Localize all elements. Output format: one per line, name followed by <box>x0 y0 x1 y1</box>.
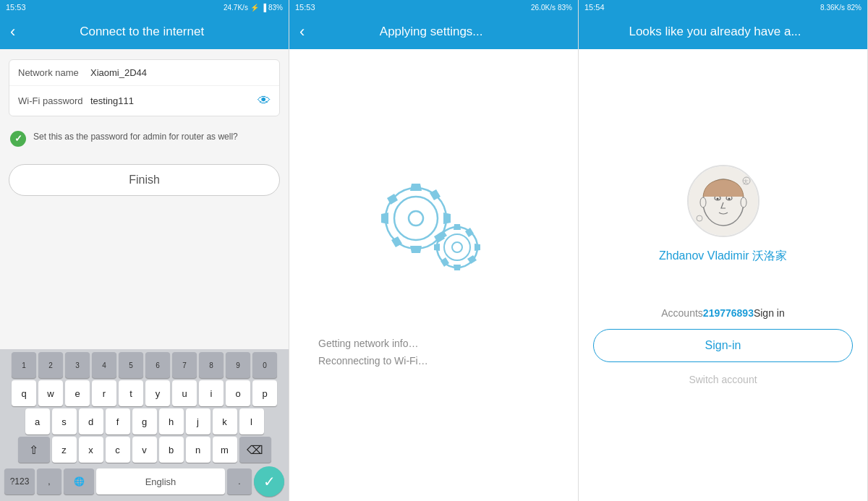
back-button-1[interactable]: ‹ <box>10 24 15 40</box>
kb-numbers[interactable]: ?123 <box>4 468 35 494</box>
kb-e[interactable]: e <box>65 380 90 406</box>
status-left-2: 15:53 <box>295 3 315 12</box>
panel3-content: 大 Zhdanov Vladimir 沃洛家 Accounts219776893… <box>579 49 867 501</box>
check-circle-icon[interactable] <box>10 131 26 147</box>
kb-comma[interactable]: , <box>37 468 61 494</box>
password-value: testing111 <box>90 95 258 106</box>
kb-s[interactable]: s <box>52 408 77 434</box>
kb-r[interactable]: r <box>92 380 116 406</box>
accounts-row: Accounts219776893Sign in <box>661 307 784 319</box>
sign-in-link-text: Sign in <box>754 307 785 319</box>
time-3: 15:54 <box>584 3 605 12</box>
checkbox-row[interactable]: Set this as the password for admin for r… <box>9 127 280 151</box>
header-bar-1: ‹ Connect to the internet <box>0 14 289 49</box>
status-bar-3: 15:54 8.36K/s 82% <box>579 0 867 14</box>
kb-globe-icon[interactable]: 🌐 <box>64 468 94 494</box>
kb-b[interactable]: b <box>159 437 184 463</box>
kb-c[interactable]: c <box>106 437 130 463</box>
bluetooth-icon: ⚡ <box>250 4 259 12</box>
status-right-1: 24.7K/s ⚡ ▐ 83% <box>224 4 283 12</box>
kb-period[interactable]: . <box>227 468 252 494</box>
wifi-password-row[interactable]: Wi-Fi password testing111 👁 <box>9 86 279 116</box>
speed-2: 26.0K/s <box>531 4 556 12</box>
accounts-number: 219776893 <box>703 307 754 319</box>
back-button-2[interactable]: ‹ <box>299 24 305 40</box>
kb-h[interactable]: h <box>159 408 184 434</box>
status-right-3: 8.36K/s 82% <box>820 4 861 12</box>
network-name-row: Network name Xiaomi_2D44 <box>9 60 279 86</box>
kb-n[interactable]: n <box>186 437 210 463</box>
status-bar-1: 15:53 24.7K/s ⚡ ▐ 83% <box>0 0 289 14</box>
kb-hint-0: 0 <box>252 352 277 378</box>
kb-row-3: ⇧ z x c v b n m ⌫ <box>1 437 287 463</box>
gears-animation <box>376 179 492 294</box>
page-title-1: Connect to the internet <box>21 25 263 39</box>
svg-point-12 <box>700 197 706 207</box>
svg-point-13 <box>741 197 746 207</box>
kb-p[interactable]: p <box>252 380 277 406</box>
kb-a[interactable]: a <box>25 408 50 434</box>
status-left-3: 15:54 <box>584 3 605 12</box>
applying-status: Getting network info… Reconnecting to Wi… <box>304 338 563 372</box>
kb-q[interactable]: q <box>12 380 36 406</box>
kb-done[interactable]: ✓ <box>254 466 284 497</box>
kb-z[interactable]: z <box>52 437 77 463</box>
avatar-sketch-svg: 大 <box>689 166 758 236</box>
kb-shift[interactable]: ⇧ <box>18 437 50 463</box>
user-name: Zhdanov Vladimir 沃洛家 <box>659 249 787 264</box>
switch-account-button[interactable]: Switch account <box>689 374 757 385</box>
password-label: Wi-Fi password <box>18 95 90 106</box>
time-2: 15:53 <box>295 3 315 12</box>
wifi-form: Network name Xiaomi_2D44 Wi-Fi password … <box>9 59 280 116</box>
kb-w[interactable]: w <box>38 380 63 406</box>
network-name-value: Xiaomi_2D44 <box>90 67 271 78</box>
status-line-2: Reconnecting to Wi-Fi… <box>318 355 549 367</box>
checkbox-label: Set this as the password for admin for r… <box>33 131 238 143</box>
accounts-label: Accounts <box>661 307 703 319</box>
kb-hint-9: 9 <box>226 352 250 378</box>
page-title-3: Looks like you already have a... <box>589 25 841 39</box>
speed-1: 24.7K/s <box>224 4 248 12</box>
kb-u[interactable]: u <box>172 380 197 406</box>
kb-k[interactable]: k <box>213 408 237 434</box>
kb-delete[interactable]: ⌫ <box>239 437 271 463</box>
speed-3: 8.36K/s <box>820 4 845 12</box>
status-right-2: 26.0K/s 83% <box>531 4 572 12</box>
svg-point-1 <box>394 197 438 240</box>
kb-d[interactable]: d <box>79 408 103 434</box>
kb-l[interactable]: l <box>239 408 264 434</box>
kb-j[interactable]: j <box>186 408 210 434</box>
kb-hint-7: 7 <box>172 352 197 378</box>
status-bar-2: 15:53 26.0K/s 83% <box>289 0 578 14</box>
kb-t[interactable]: t <box>119 380 143 406</box>
svg-point-2 <box>409 211 423 226</box>
battery-label-2: 83% <box>558 4 572 12</box>
kb-f[interactable]: f <box>106 408 130 434</box>
battery-label-3: 82% <box>847 4 861 12</box>
kb-num-hint-row: 1 2 3 4 5 6 7 8 9 0 <box>1 352 287 378</box>
svg-point-10 <box>716 198 718 200</box>
kb-m[interactable]: m <box>213 437 237 463</box>
kb-space[interactable]: English <box>96 468 225 494</box>
panel-already-have-account: 15:54 8.36K/s 82% Looks like you already… <box>579 0 868 501</box>
status-left-1: 15:53 <box>6 3 26 12</box>
kb-g[interactable]: g <box>132 408 157 434</box>
panel-connect-internet: 15:53 24.7K/s ⚡ ▐ 83% ‹ Connect to the i… <box>0 0 289 501</box>
kb-hint-5: 5 <box>119 352 143 378</box>
gears-svg <box>376 179 492 294</box>
network-name-label: Network name <box>18 67 90 78</box>
status-line-1: Getting network info… <box>318 338 549 349</box>
header-bar-3: Looks like you already have a... <box>579 14 867 49</box>
panel1-content: Network name Xiaomi_2D44 Wi-Fi password … <box>0 49 289 349</box>
kb-y[interactable]: y <box>145 380 170 406</box>
header-bar-2: ‹ Applying settings... <box>289 14 578 49</box>
kb-x[interactable]: x <box>79 437 103 463</box>
kb-i[interactable]: i <box>199 380 224 406</box>
kb-hint-4: 4 <box>92 352 116 378</box>
panel2-content: Getting network info… Reconnecting to Wi… <box>289 49 578 501</box>
kb-o[interactable]: o <box>226 380 250 406</box>
kb-v[interactable]: v <box>132 437 157 463</box>
signin-button[interactable]: Sign-in <box>593 329 853 362</box>
finish-button[interactable]: Finish <box>9 164 280 196</box>
eye-icon[interactable]: 👁 <box>258 93 271 108</box>
